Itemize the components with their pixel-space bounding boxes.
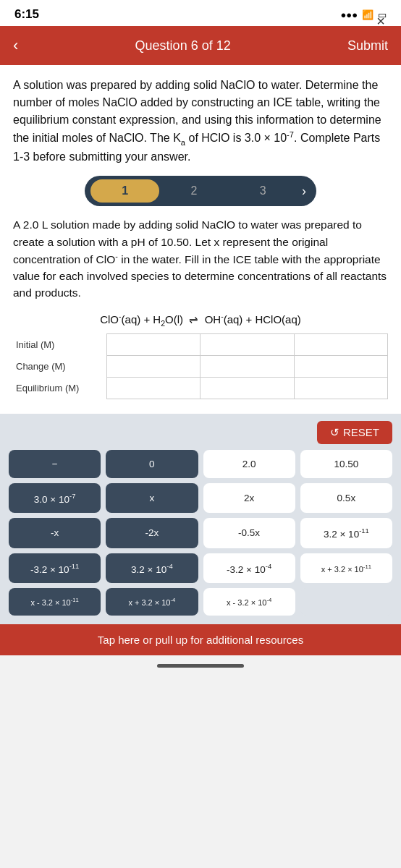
calc-btn-x-minus-3-2e-11[interactable]: x - 3.2 × 10-11 xyxy=(9,588,101,616)
calc-btn-05x[interactable]: 0.5x xyxy=(300,483,392,514)
status-bar: 6:15 ●●● 📶 ▭ xyxy=(0,0,401,26)
wifi-icon: 📶 xyxy=(362,9,373,20)
calc-btn-10-50[interactable]: 10.50 xyxy=(300,450,392,478)
ice-cell-change-3[interactable] xyxy=(294,355,387,377)
calc-btn-neg-05x[interactable]: -0.5x xyxy=(203,518,295,548)
ice-cell-initial-2[interactable] xyxy=(200,333,294,355)
ice-row-initial: Initial (M) xyxy=(13,333,388,355)
calc-btn-x-minus-3-2e-4[interactable]: x - 3.2 × 10-4 xyxy=(203,588,295,616)
ice-equation: ClO-(aq) + H2O(l) ⇌ OH-(aq) + HClO(aq) xyxy=(13,312,388,328)
calc-btn-2x[interactable]: 2x xyxy=(203,483,295,514)
step-tabs: 1 2 3 › xyxy=(85,176,316,206)
ice-cell-change-1[interactable] xyxy=(106,355,200,377)
reset-label: RESET xyxy=(343,426,379,438)
close-button[interactable]: × xyxy=(376,13,385,30)
calc-btn-x-plus-3-2e-11[interactable]: x + 3.2 × 10-11 xyxy=(300,553,392,584)
ice-row-change: Change (M) xyxy=(13,355,388,377)
ice-cell-equil-3[interactable] xyxy=(294,377,387,399)
calc-btn-neg-3-2e-4[interactable]: -3.2 × 10-4 xyxy=(203,553,295,584)
main-question-text: A solution was prepared by adding solid … xyxy=(13,77,388,166)
calc-btn-neg-3-2e-11[interactable]: -3.2 × 10-11 xyxy=(9,553,101,584)
calculator-area: ↺ RESET − 0 2.0 10.50 3.0 × 10-7 x 2x 0.… xyxy=(0,414,401,624)
calc-btn-ka[interactable]: 3.0 × 10-7 xyxy=(9,483,101,514)
home-indicator xyxy=(0,655,401,681)
reset-button[interactable]: ↺ RESET xyxy=(317,421,392,444)
content-area: A solution was prepared by adding solid … xyxy=(0,65,401,414)
calc-btn-x-plus-3-2e-4[interactable]: x + 3.2 × 10-4 xyxy=(106,588,198,616)
calc-btn-empty xyxy=(300,588,392,616)
ice-cell-initial-3[interactable] xyxy=(294,333,387,355)
ice-cell-change-2[interactable] xyxy=(200,355,294,377)
step-next-arrow[interactable]: › xyxy=(297,184,311,199)
ice-label-equilibrium: Equilibrium (M) xyxy=(13,377,106,399)
step-tab-2[interactable]: 2 xyxy=(159,179,228,203)
home-bar xyxy=(157,664,244,668)
calc-btn-neg-2x[interactable]: -2x xyxy=(106,518,198,548)
ice-cell-initial-1[interactable] xyxy=(106,333,200,355)
ice-cell-equil-1[interactable] xyxy=(106,377,200,399)
calc-btn-minus[interactable]: − xyxy=(9,450,101,478)
submit-button[interactable]: Submit xyxy=(347,38,388,54)
resources-bar[interactable]: Tap here or pull up for additional resou… xyxy=(0,624,401,655)
calc-btn-3-2e-11[interactable]: 3.2 × 10-11 xyxy=(300,518,392,548)
ice-row-equilibrium: Equilibrium (M) xyxy=(13,377,388,399)
ice-table: Initial (M) Change (M) Equilibrium (M) xyxy=(13,333,388,399)
calc-btn-3-2e-4[interactable]: 3.2 × 10-4 xyxy=(106,553,198,584)
header-bar: ‹ Question 6 of 12 Submit xyxy=(0,26,401,65)
reset-row: ↺ RESET xyxy=(9,421,392,444)
calc-btn-neg-x[interactable]: -x xyxy=(9,518,101,548)
step-tab-1[interactable]: 1 xyxy=(90,179,159,203)
back-button[interactable]: ‹ xyxy=(13,36,18,55)
step-tab-3[interactable]: 3 xyxy=(229,179,297,203)
ice-label-change: Change (M) xyxy=(13,355,106,377)
reset-icon: ↺ xyxy=(330,426,339,439)
calc-btn-0[interactable]: 0 xyxy=(106,450,198,478)
question-counter: Question 6 of 12 xyxy=(135,38,231,54)
ice-cell-equil-2[interactable] xyxy=(200,377,294,399)
status-time: 6:15 xyxy=(14,7,39,22)
calc-btn-2[interactable]: 2.0 xyxy=(203,450,295,478)
ice-label-initial: Initial (M) xyxy=(13,333,106,355)
signal-icon: ●●● xyxy=(340,9,358,20)
calc-grid: − 0 2.0 10.50 3.0 × 10-7 x 2x 0.5x -x -2… xyxy=(9,450,392,616)
calc-btn-x[interactable]: x xyxy=(106,483,198,514)
sub-question-text: A 2.0 L solution made by adding solid Na… xyxy=(13,216,388,301)
